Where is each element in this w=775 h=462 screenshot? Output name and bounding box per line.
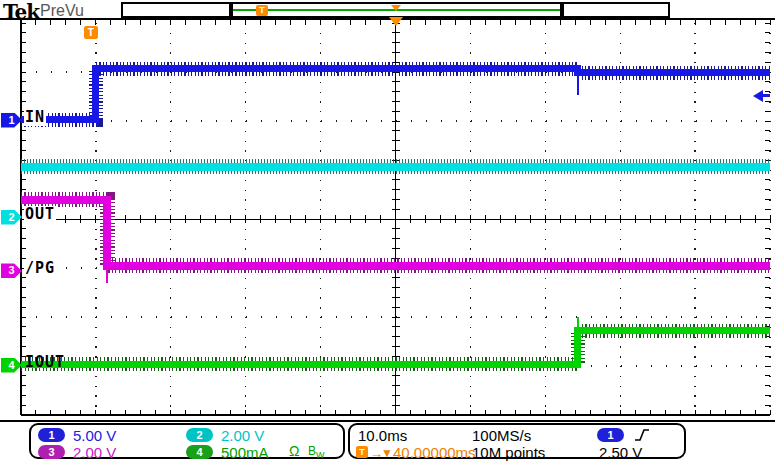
bandwidth-main: B: [308, 444, 316, 458]
ch4-badge: 4: [186, 445, 213, 459]
ch2-badge: 2: [186, 428, 213, 442]
ch4-scale: 500mA: [221, 445, 269, 460]
bandwidth-badge: BW: [308, 444, 325, 462]
impedance-badge: Ω: [289, 444, 299, 459]
trigger-delay-marker: ▼: [381, 446, 393, 461]
oscilloscope-screen: Tek PreVu T 1IN2OUT3/PG4IOUTT 1 5.00 V 2…: [0, 0, 775, 462]
rising-edge-icon: [634, 428, 650, 442]
channel-1-marker[interactable]: 1: [1, 113, 22, 128]
bandwidth-sub: W: [316, 450, 325, 460]
channel-1-label: IN: [24, 109, 46, 126]
sample-rate-readout: 100MS/s: [472, 428, 531, 443]
ch2-scale: 2.00 V: [221, 428, 264, 443]
channel-readouts-panel: 1 5.00 V 2 2.00 V 3 2.00 V 4 500mA Ω BW: [29, 423, 345, 459]
channel-4-marker[interactable]: 4: [1, 358, 22, 373]
bottom-separator: [0, 420, 775, 422]
record-length-readout: 10M points: [472, 445, 545, 460]
trigger-level-arrow-tail: [762, 94, 770, 97]
trigger-delay-readout: 40.00000ms: [393, 445, 476, 460]
ch3-badge: 3: [38, 445, 65, 459]
channel-3-marker[interactable]: 3: [1, 263, 22, 278]
trigger-delay-icon: T: [356, 446, 368, 458]
ch3-scale: 2.00 V: [73, 445, 116, 460]
trigger-level-readout: 2.50 V: [599, 445, 642, 460]
trigger-source-badge: 1: [597, 428, 624, 442]
ch1-scale: 5.00 V: [73, 428, 116, 443]
plot-overlay: 1IN2OUT3/PG4IOUTT: [0, 0, 775, 420]
trigger-position-flag[interactable]: T: [84, 26, 98, 39]
expansion-point-marker[interactable]: [389, 17, 403, 26]
channel-2-label: OUT: [24, 206, 56, 223]
channel-4-label: IOUT: [24, 354, 66, 371]
horizontal-trigger-panel: 10.0ms 100MS/s 1 T → ▼ 40.00000ms 10M po…: [348, 423, 686, 459]
channel-2-marker[interactable]: 2: [1, 210, 22, 225]
timebase-readout: 10.0ms: [358, 428, 407, 443]
ch1-badge: 1: [38, 428, 65, 442]
channel-3-label: /PG: [24, 260, 56, 277]
